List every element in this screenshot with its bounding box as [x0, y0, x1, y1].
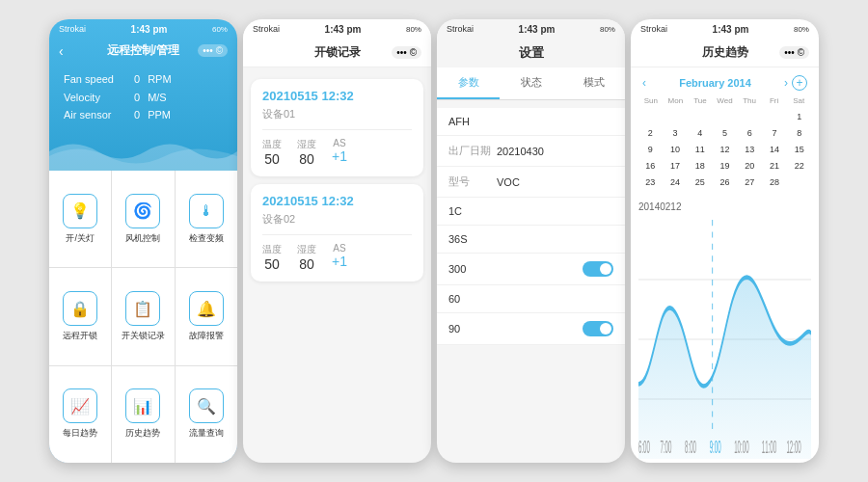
- cal-prev-button[interactable]: ‹: [642, 76, 646, 90]
- cal-cell-26[interactable]: 26: [713, 174, 737, 190]
- grid-records[interactable]: 📋 开关锁记录: [112, 268, 174, 364]
- toggle-300[interactable]: [583, 261, 613, 277]
- lock-label: 远程开锁: [63, 330, 97, 342]
- humidity-value-1: 80: [297, 151, 316, 167]
- alarm-label: 故障报警: [189, 330, 224, 342]
- time-4: 1:43 pm: [713, 24, 749, 35]
- grid-light[interactable]: 💡 开/关灯: [49, 171, 111, 267]
- stat-air-sensor: Air sensor 0 PPM: [64, 106, 223, 124]
- cal-cell-6[interactable]: 6: [738, 125, 762, 141]
- air-sensor-unit: PPM: [148, 106, 171, 124]
- grid-flow-query[interactable]: 🔍 流量查询: [176, 366, 237, 463]
- cal-cell-20[interactable]: 20: [738, 158, 762, 174]
- humidity-label-1: 湿度: [297, 138, 316, 151]
- settings-date-value: 20210430: [497, 146, 613, 157]
- day-fri: Fri: [762, 96, 787, 105]
- fan-speed-value: 0: [134, 70, 140, 89]
- settings-300-value: 300: [448, 263, 583, 275]
- cal-cell-8[interactable]: 8: [787, 125, 811, 141]
- svg-text:6:00: 6:00: [638, 436, 650, 456]
- history-chart: 6:00 7:00 8:00 9:00 10:00 11:00 12:00: [638, 220, 811, 459]
- day-mon: Mon: [664, 96, 689, 105]
- cal-cell-10[interactable]: 10: [664, 142, 688, 157]
- screen4-title: 历史趋势: [702, 44, 748, 61]
- grid-daily-trend[interactable]: 📈 每日趋势: [49, 366, 111, 463]
- cal-cell-12[interactable]: 12: [713, 142, 737, 157]
- cal-cell-7[interactable]: 7: [763, 125, 787, 141]
- records-label: 开关锁记录: [122, 330, 165, 342]
- cal-cell-4[interactable]: 4: [688, 125, 712, 141]
- cal-cell-25[interactable]: 25: [688, 174, 712, 190]
- cal-cell-14[interactable]: 14: [763, 142, 787, 157]
- fan-speed-label: Fan speed: [64, 70, 126, 89]
- cal-cell-16[interactable]: 16: [638, 158, 663, 174]
- cal-today[interactable]: 13: [738, 145, 762, 154]
- day-tue: Tue: [688, 96, 713, 105]
- cal-cell-2[interactable]: 2: [638, 125, 663, 141]
- settings-date-label: 出厂日期: [448, 144, 497, 158]
- cal-cell-: .: [638, 109, 663, 124]
- cal-cell-15[interactable]: 15: [787, 142, 811, 157]
- cal-cell-23[interactable]: 23: [638, 174, 663, 190]
- cal-add-button[interactable]: +: [792, 75, 807, 91]
- cal-cell-3[interactable]: 3: [664, 125, 688, 141]
- settings-list: AFH 出厂日期 20210430 型号 VOC 1C 36S 300 60: [437, 108, 625, 345]
- app-name-4: Strokai: [640, 24, 667, 34]
- alarm-icon: 🔔: [189, 291, 224, 326]
- cal-cell-18[interactable]: 18: [688, 158, 712, 174]
- as-label-2: AS: [332, 243, 347, 254]
- cal-cell-27[interactable]: 27: [738, 174, 762, 190]
- more-button-4[interactable]: ••• ©: [779, 46, 809, 59]
- metric-temp-2: 温度 50: [262, 243, 282, 272]
- cal-cell-5[interactable]: 5: [713, 125, 737, 141]
- more-button-1[interactable]: ••• ©: [198, 44, 228, 57]
- cal-cell-28[interactable]: 28: [763, 174, 787, 190]
- screen3-title: 设置: [519, 44, 544, 62]
- tab-status[interactable]: 状态: [500, 67, 562, 99]
- screen1-remote-control: Strokai 1:43 pm 60% ‹ 远程控制/管理 ••• © Fan …: [49, 19, 237, 463]
- settings-90-value: 90: [448, 323, 583, 335]
- cal-cell-24[interactable]: 24: [664, 174, 688, 190]
- cal-cell-9[interactable]: 9: [638, 142, 663, 157]
- grid-temp[interactable]: 🌡 检查变频: [176, 171, 237, 267]
- control-grid: 💡 开/关灯 🌀 风机控制 🌡 检查变频 🔒 远程开锁 📋 开关锁记录 🔔: [49, 171, 237, 463]
- daily-trend-icon: 📈: [63, 388, 97, 423]
- cal-cell-21[interactable]: 21: [763, 158, 787, 174]
- grid-fan[interactable]: 🌀 风机控制: [112, 171, 174, 267]
- history-trend-label: 历史趋势: [125, 427, 160, 440]
- cal-cell-11[interactable]: 11: [688, 142, 712, 157]
- grid-alarm[interactable]: 🔔 故障报警: [176, 268, 237, 364]
- humidity-value-2: 80: [297, 256, 316, 272]
- cal-cell-1[interactable]: 1: [787, 109, 811, 124]
- cal-cell-19[interactable]: 19: [713, 158, 737, 174]
- status-bar-1: Strokai 1:43 pm 60%: [49, 19, 237, 39]
- time-1: 1:43 pm: [131, 24, 168, 35]
- metric-as-1: AS +1: [332, 138, 347, 167]
- back-button-1[interactable]: ‹: [59, 43, 64, 59]
- settings-voc-label: 型号: [448, 174, 497, 189]
- svg-text:11:00: 11:00: [762, 436, 776, 456]
- cal-cell-22[interactable]: 22: [787, 158, 811, 174]
- status-bar-3: Strokai 1:43 pm 80%: [437, 19, 625, 39]
- tab-params[interactable]: 参数: [437, 67, 500, 99]
- grid-lock[interactable]: 🔒 远程开锁: [49, 268, 111, 364]
- metric-humidity-1: 湿度 80: [297, 138, 316, 167]
- toggle-90[interactable]: [583, 321, 613, 336]
- air-sensor-label: Air sensor: [64, 106, 126, 124]
- grid-history-trend[interactable]: 📊 历史趋势: [112, 366, 174, 463]
- day-sun: Sun: [638, 96, 664, 105]
- temp-value-1: 50: [262, 151, 282, 167]
- cal-cell-17[interactable]: 17: [664, 158, 688, 174]
- tab-mode[interactable]: 模式: [562, 67, 625, 99]
- screen2-switch-records: Strokai 1:43 pm 80% 开锁记录 ••• © 20210515 …: [243, 19, 431, 463]
- metric-as-2: AS +1: [332, 243, 347, 272]
- cal-next-button[interactable]: ›: [784, 76, 788, 90]
- settings-afh-value: AFH: [448, 116, 613, 127]
- stats-panel: Fan speed 0 RPM Velocity 0 M/S Air senso…: [49, 63, 237, 132]
- more-button-2[interactable]: ••• ©: [392, 46, 421, 59]
- stat-velocity: Velocity 0 M/S: [64, 89, 223, 107]
- as-value-2: +1: [332, 254, 347, 269]
- record-device-2: 设备02: [262, 212, 412, 235]
- settings-tabs: 参数 状态 模式: [437, 67, 625, 100]
- air-sensor-value: 0: [134, 106, 140, 124]
